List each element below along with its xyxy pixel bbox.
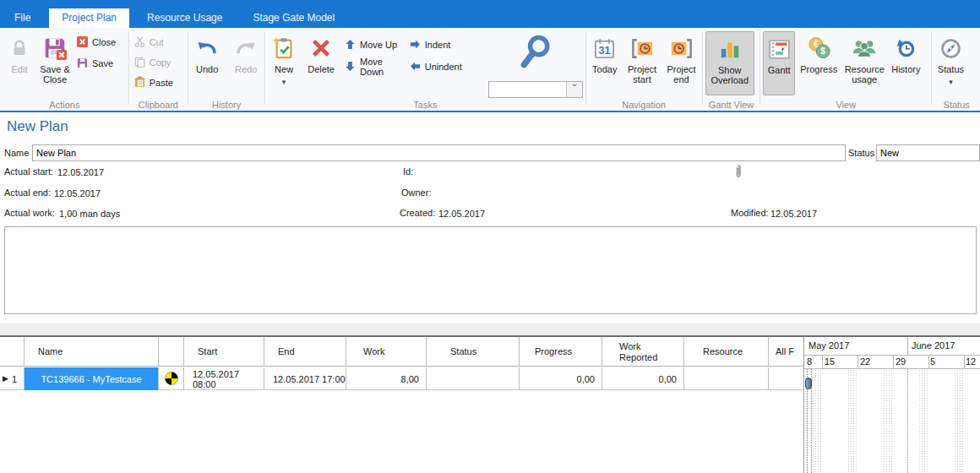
move-up-button[interactable]: Move Up <box>342 38 402 52</box>
chevron-down-icon <box>949 76 953 87</box>
paste-button[interactable]: Paste <box>132 76 176 90</box>
today-button[interactable]: 31 Today <box>589 31 621 74</box>
resource-usage-button[interactable]: Resource usage <box>842 31 886 84</box>
column-header-status[interactable]: Status <box>427 337 520 367</box>
gantt-chart-area[interactable] <box>804 369 980 473</box>
column-header-icon[interactable] <box>159 337 184 367</box>
group-separator <box>760 32 760 104</box>
gantt-chart-icon <box>768 35 791 63</box>
move-down-button[interactable]: Move Down <box>342 60 402 73</box>
new-item-icon <box>272 35 296 62</box>
copy-icon <box>134 57 145 69</box>
cell-all-f[interactable] <box>769 367 803 390</box>
testcase-milestone-icon <box>165 372 178 387</box>
new-button[interactable]: New <box>268 31 300 87</box>
cell-end[interactable]: 12.05.2017 17:00 <box>264 367 346 390</box>
ribbon-group-tasks: New Delete Move Up Move Down <box>266 30 585 111</box>
unindent-button[interactable]: Unindent <box>407 60 465 73</box>
gantt-panel[interactable]: May 2017 June 2017 8 15 22 29 5 12 <box>803 337 980 473</box>
show-overload-button[interactable]: Show Overload <box>705 31 754 95</box>
actual-end-value: 12.05.2017 <box>54 188 101 198</box>
actual-start-label: Actual start: <box>4 166 53 177</box>
column-header-work-reported[interactable]: Work Reported <box>602 337 684 367</box>
week-separator <box>822 356 823 369</box>
redo-button[interactable]: Redo <box>230 31 262 74</box>
indent-button[interactable]: Indent <box>407 38 465 52</box>
column-header-progress[interactable]: Progress <box>520 337 602 367</box>
ribbon-tab-bar: File Project Plan Resource Usage Stage G… <box>0 0 980 28</box>
tab-file[interactable]: File <box>2 8 43 28</box>
search-input[interactable] <box>489 82 566 97</box>
status-input[interactable] <box>876 144 980 161</box>
project-end-icon <box>669 35 694 62</box>
row-number-cell[interactable]: ▶ 1 <box>0 367 24 390</box>
weekend-band <box>847 369 858 473</box>
history-button[interactable]: History <box>889 31 923 74</box>
cell-work-reported[interactable]: 0,00 <box>602 367 684 390</box>
tab-stage-gate-model[interactable]: Stage Gate Model <box>240 8 347 28</box>
search-dropdown-button[interactable] <box>566 82 582 97</box>
name-label: Name <box>4 148 29 158</box>
actual-start-value: 12.05.2017 <box>57 167 104 177</box>
id-label: Id: <box>403 166 413 177</box>
edit-button[interactable]: Edit <box>3 31 35 74</box>
cell-status[interactable] <box>427 367 520 390</box>
name-input[interactable] <box>32 144 846 161</box>
cell-start[interactable]: 12.05.2017 08:00 <box>184 367 264 390</box>
group-separator <box>585 32 586 104</box>
arrow-down-icon <box>345 61 356 73</box>
plan-detail-panel: New Plan Name Status Actual start: 12.05… <box>0 112 980 323</box>
progress-button[interactable]: €$ Progress <box>798 31 840 74</box>
progress-coins-icon: €$ <box>807 35 831 62</box>
delete-button[interactable]: Delete <box>305 31 337 74</box>
status-button[interactable]: Status <box>934 31 966 87</box>
gantt-task-bar[interactable] <box>805 378 812 389</box>
ribbon-group-actions: Edit Save & Close Close <box>2 30 128 111</box>
column-header-name[interactable]: Name <box>24 337 159 367</box>
svg-text:31: 31 <box>599 45 611 57</box>
gantt-button[interactable]: Gantt <box>763 31 795 95</box>
save-button[interactable]: Save <box>74 57 118 70</box>
ribbon-group-view: Gantt €$ Progress Resource usage History… <box>761 30 930 111</box>
cell-resource[interactable] <box>684 367 769 390</box>
copy-button[interactable]: Copy <box>132 56 176 69</box>
lock-icon <box>9 35 30 62</box>
owner-label: Owner: <box>401 188 431 198</box>
gantt-week-header: 8 15 22 29 5 12 <box>804 356 980 369</box>
column-header-resource[interactable]: Resource <box>684 337 769 367</box>
paperclip-icon[interactable] <box>733 164 743 181</box>
description-textarea[interactable] <box>4 226 977 314</box>
month-separator <box>907 337 908 356</box>
calendar-31-icon: 31 <box>593 35 616 62</box>
created-label: Created: <box>400 208 435 218</box>
undo-button[interactable]: Undo <box>191 31 223 74</box>
delete-x-icon <box>309 35 333 62</box>
save-and-close-button[interactable]: Save & Close <box>35 31 74 84</box>
cell-progress[interactable]: 0,00 <box>520 367 602 390</box>
column-header-work[interactable]: Work <box>346 337 427 367</box>
gantt-month-header: May 2017 June 2017 <box>804 337 980 356</box>
week-tick: 22 <box>860 356 870 367</box>
project-start-button[interactable]: Project start <box>624 31 661 84</box>
ribbon: Edit Save & Close Close <box>0 28 980 112</box>
ribbon-group-clipboard: Cut Copy Paste Clipboard <box>130 30 187 111</box>
week-tick: 8 <box>807 356 812 367</box>
cell-name-selected[interactable]: TC139666 - MyTestcase <box>24 367 159 390</box>
tab-project-plan[interactable]: Project Plan <box>49 8 129 28</box>
column-header-end[interactable]: End <box>264 337 346 367</box>
cell-work[interactable]: 8,00 <box>346 367 427 390</box>
project-end-button[interactable]: Project end <box>663 31 700 84</box>
overload-bars-icon <box>719 35 741 63</box>
people-icon <box>852 35 877 62</box>
created-value: 12.05.2017 <box>438 209 485 219</box>
column-header-all-f[interactable]: All F <box>769 337 803 367</box>
week-separator <box>928 356 929 369</box>
paste-icon <box>134 76 145 90</box>
cut-button[interactable]: Cut <box>132 35 176 49</box>
weekend-band <box>954 369 964 473</box>
close-button[interactable]: Close <box>74 35 118 49</box>
column-header-start[interactable]: Start <box>184 337 264 367</box>
tab-resource-usage[interactable]: Resource Usage <box>134 8 235 28</box>
cell-type-icon[interactable] <box>159 367 184 390</box>
save-close-icon <box>42 35 68 62</box>
